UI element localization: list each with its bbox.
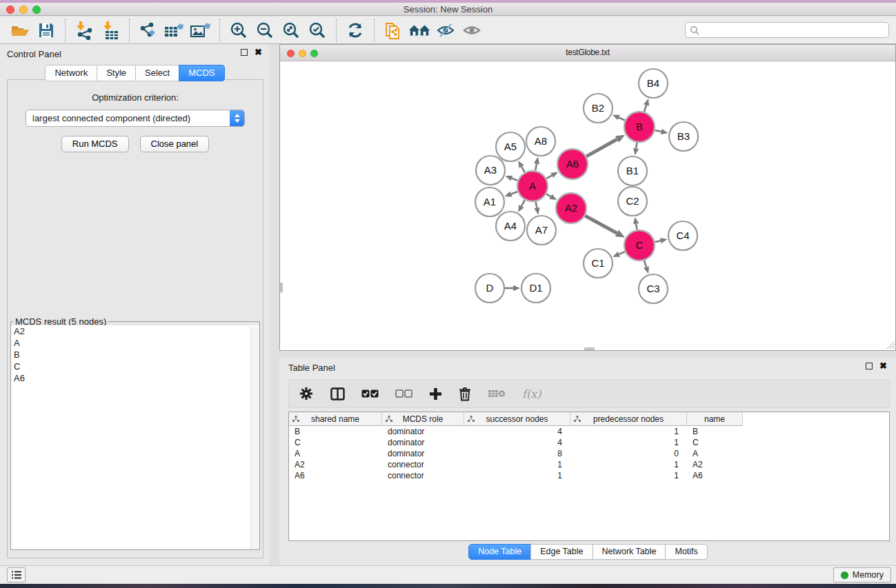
network-vertical-scrollbar[interactable]	[280, 283, 283, 292]
node-D1[interactable]: D1	[521, 274, 550, 303]
node-B1[interactable]: B1	[618, 156, 647, 185]
result-list-scrollbar[interactable]	[250, 327, 259, 549]
tab-node-table[interactable]: Node Table	[468, 544, 531, 560]
node-A4[interactable]: A4	[496, 212, 525, 241]
node-A8[interactable]: A8	[526, 127, 555, 156]
node-A1[interactable]: A1	[475, 187, 504, 216]
edge-A-A8[interactable]	[535, 163, 537, 170]
edge-A2-C[interactable]	[585, 216, 617, 233]
save-session-button[interactable]	[35, 19, 57, 41]
node-C2[interactable]: C2	[618, 187, 647, 216]
run-mcds-button[interactable]: Run MCDS	[61, 136, 129, 152]
node-C[interactable]: C	[624, 230, 655, 261]
node-A7[interactable]: A7	[527, 216, 556, 245]
column-header-mcds-role[interactable]: MCDS role	[382, 412, 464, 426]
node-C4[interactable]: C4	[668, 221, 697, 250]
table-row[interactable]: Adominator80A	[289, 448, 889, 459]
node-C3[interactable]: C3	[639, 274, 668, 303]
function-builder-button[interactable]: f(x)	[522, 387, 541, 401]
import-network-button[interactable]	[73, 19, 95, 41]
node-A2[interactable]: A2	[556, 193, 586, 223]
result-list-item[interactable]: A2	[11, 325, 259, 337]
edge-A-A1[interactable]	[511, 192, 517, 194]
edge-C-C4[interactable]	[655, 241, 660, 242]
node-A[interactable]: A	[517, 171, 548, 201]
table-row[interactable]: A2connector11A2	[289, 459, 889, 470]
edge-A-A2[interactable]	[546, 194, 551, 196]
table-row[interactable]: A6connector11A6	[289, 470, 889, 481]
column-header-name[interactable]: name	[687, 412, 743, 426]
hide-eye-button[interactable]	[435, 19, 457, 41]
export-network-button[interactable]	[137, 19, 159, 41]
close-panel-icon[interactable]: ✖	[255, 49, 262, 56]
show-panels-button[interactable]	[7, 567, 26, 582]
show-eye-button[interactable]	[461, 19, 483, 41]
node-D[interactable]: D	[475, 274, 504, 303]
tab-network-table[interactable]: Network Table	[593, 544, 666, 560]
table-row[interactable]: Bdominator41B	[289, 426, 889, 437]
column-header-predecessor-nodes[interactable]: predecessor nodes	[570, 412, 687, 426]
add-column-button[interactable]	[429, 387, 442, 401]
clone-network-button[interactable]	[382, 19, 404, 41]
node-B3[interactable]: B3	[669, 122, 698, 151]
optimization-criterion-select[interactable]: largest connected component (directed)	[26, 110, 245, 127]
zoom-fit-button[interactable]	[280, 19, 302, 41]
network-canvas[interactable]: AA5A8A3A1A4A7A6A2BB2B4B3B1CC2C4C1C3DD1	[280, 62, 895, 350]
delete-table-button[interactable]	[488, 389, 506, 398]
tab-network[interactable]: Network	[45, 65, 97, 81]
node-B4[interactable]: B4	[639, 69, 668, 98]
tab-edge-table[interactable]: Edge Table	[530, 544, 593, 560]
float-table-panel-icon[interactable]	[866, 363, 873, 369]
resize-grip-icon[interactable]	[885, 340, 895, 349]
node-B[interactable]: B	[624, 112, 655, 142]
edge-A6-B[interactable]	[586, 139, 617, 156]
node-A5[interactable]: A5	[496, 132, 525, 161]
node-A3[interactable]: A3	[476, 156, 505, 185]
edge-C-C2[interactable]	[636, 224, 637, 230]
tab-select[interactable]: Select	[135, 65, 179, 81]
show-column-button[interactable]	[330, 387, 345, 401]
column-header-successor-nodes[interactable]: successor nodes	[464, 412, 570, 426]
tab-mcds[interactable]: MCDS	[179, 65, 224, 81]
result-list-item[interactable]: A6	[11, 372, 259, 384]
tab-motifs[interactable]: Motifs	[665, 544, 707, 560]
edge-C-C3[interactable]	[644, 261, 646, 267]
delete-column-button[interactable]	[459, 387, 471, 401]
zoom-out-button[interactable]	[254, 19, 276, 41]
network-horizontal-scrollbar[interactable]	[584, 347, 595, 350]
import-table-button[interactable]	[99, 19, 121, 41]
close-table-panel-icon[interactable]: ✖	[879, 363, 887, 369]
edge-A-A5[interactable]	[521, 167, 525, 172]
node-B2[interactable]: B2	[584, 94, 613, 123]
edge-C-C1[interactable]	[619, 252, 625, 254]
result-list-item[interactable]: A	[11, 337, 259, 349]
export-table-button[interactable]	[163, 19, 186, 41]
float-panel-icon[interactable]	[241, 49, 248, 56]
edge-B-B3[interactable]	[655, 130, 661, 132]
deselect-all-button[interactable]	[395, 389, 412, 398]
edge-B-B1[interactable]	[636, 143, 637, 149]
edge-B-B2[interactable]	[619, 118, 625, 121]
edge-A-A6[interactable]	[546, 175, 552, 178]
table-row[interactable]: Cdominator41C	[289, 437, 889, 448]
tab-style[interactable]: Style	[97, 65, 136, 81]
open-session-button[interactable]	[9, 19, 31, 41]
select-all-button[interactable]	[361, 389, 379, 398]
edge-A-A3[interactable]	[512, 179, 518, 181]
result-list-item[interactable]: B	[11, 349, 259, 361]
column-header-shared-name[interactable]: shared name	[289, 412, 382, 426]
edge-A-A4[interactable]	[521, 200, 525, 206]
memory-button[interactable]: Memory	[833, 567, 891, 582]
search-input[interactable]	[702, 26, 884, 35]
zoom-in-button[interactable]	[228, 19, 250, 41]
close-panel-button[interactable]: Close panel	[140, 136, 210, 152]
home-networks-button[interactable]	[408, 19, 430, 41]
edge-B-B4[interactable]	[644, 105, 646, 112]
edge-A-A7[interactable]	[536, 202, 537, 208]
table-settings-button[interactable]	[299, 386, 314, 401]
export-image-button[interactable]	[190, 19, 212, 41]
apply-layout-button[interactable]	[344, 19, 366, 41]
zoom-selected-button[interactable]	[306, 19, 328, 41]
node-A6[interactable]: A6	[557, 149, 588, 179]
result-list-item[interactable]: C	[11, 361, 259, 372]
